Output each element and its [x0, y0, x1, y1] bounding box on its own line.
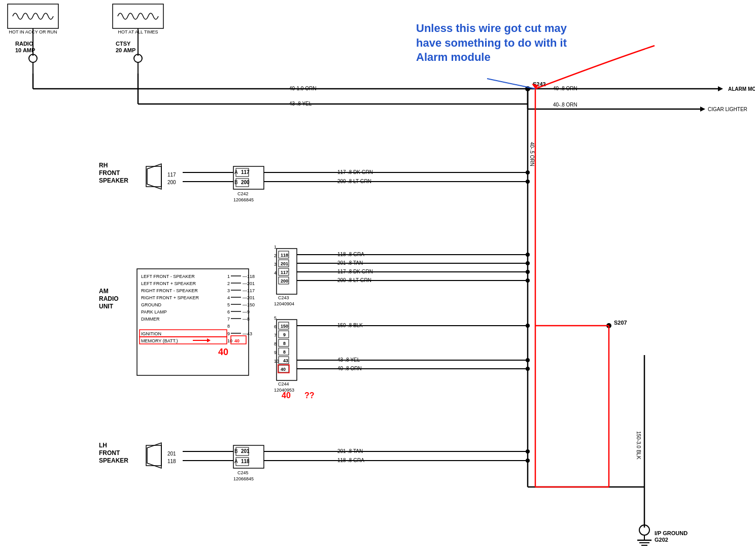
- pin-left-front-speaker: LEFT FRONT - SPEAKER: [141, 274, 195, 279]
- svg-point-62: [526, 180, 530, 184]
- c243-wire-201: 201: [281, 261, 288, 266]
- svg-point-61: [526, 170, 530, 174]
- pin-4: 4: [227, 295, 230, 300]
- c242-pin-a: A: [234, 169, 238, 175]
- c245-part: 12066845: [233, 476, 254, 481]
- pin-8: 8: [227, 324, 230, 329]
- c242-wire-200: 200: [241, 180, 250, 185]
- ip-ground-label: I/P GROUND: [655, 530, 688, 536]
- pin-wire-117: —117: [243, 288, 255, 293]
- pin-3: 3: [227, 288, 230, 293]
- svg-marker-15: [718, 86, 723, 91]
- rh-front-speaker-label3: SPEAKER: [99, 177, 128, 184]
- svg-marker-18: [700, 107, 705, 112]
- svg-point-83: [526, 367, 530, 371]
- c244-wire-40: 40: [281, 367, 286, 372]
- ctsy-fuse-label: CTSY: [116, 41, 131, 47]
- c243-part: 12040904: [274, 301, 294, 306]
- am-radio-label3: UNIT: [99, 303, 114, 310]
- pin-wire-201b: —201: [243, 295, 255, 300]
- c243-wire-200: 200: [281, 278, 288, 284]
- pin-2: 2: [227, 281, 230, 286]
- c245-pin-a: A: [234, 459, 238, 464]
- c244-pos-10: 10: [274, 359, 279, 364]
- rh-speaker-wire117: 117: [167, 172, 176, 178]
- c244-pos-8: 8: [274, 341, 277, 346]
- svg-marker-86: [147, 443, 161, 468]
- pin-left-front-speaker-plus: LEFT FRONT + SPEAKER: [141, 281, 196, 286]
- svg-rect-23: [146, 166, 161, 187]
- c243-pin-4: 4: [274, 270, 277, 275]
- pin-memory: MEMORY (BATT.): [141, 338, 178, 343]
- c245-pin-b: B: [234, 448, 238, 454]
- c244-pos-9: 9: [274, 350, 277, 355]
- c245-wire-118: 118: [241, 459, 250, 464]
- pin-1: 1: [227, 274, 230, 279]
- c244-wire-150: 150: [281, 324, 288, 329]
- cigar-lighter-label: CIGAR LIGHTER: [708, 107, 747, 112]
- c244-pos-5: 5: [274, 316, 277, 321]
- c243-wire-118: 118: [281, 253, 288, 258]
- pin-ground: GROUND: [141, 302, 161, 307]
- red-annotation-40-b: 40: [282, 391, 291, 400]
- wire-label-40-8-orn-top: 40-.8 ORN: [553, 86, 577, 91]
- c244-wire-43: 43: [283, 358, 288, 363]
- lh-front-speaker-label3: SPEAKER: [99, 457, 128, 464]
- lh-front-speaker-label2: FRONT: [99, 449, 120, 457]
- wire-label-40-5-orn: 40-.5 ORN: [529, 142, 535, 166]
- red-annotation-40-a: 40: [218, 347, 228, 357]
- c243-wire-117: 117: [281, 270, 288, 275]
- c243-pin-1: 1: [274, 244, 277, 250]
- c244-pin-6: 9: [283, 332, 286, 337]
- svg-rect-67: [277, 320, 297, 380]
- lh-speaker-wire118: 118: [167, 459, 176, 464]
- pin-park-lamp: PARK LAMP: [141, 309, 167, 314]
- c244-id: C244: [278, 381, 289, 387]
- lh-speaker-wire201: 201: [167, 451, 176, 457]
- wire-label-40-8-orn-bottom: 40-.8 ORN: [553, 102, 577, 108]
- lh-front-speaker-label: LH: [99, 442, 107, 449]
- svg-point-96: [526, 449, 530, 453]
- c243-pin-3: 3: [274, 262, 277, 267]
- c244-pos-6: 6: [274, 324, 277, 329]
- red-annotation-question: ??: [304, 391, 315, 400]
- pin-wire-9: —9: [243, 309, 250, 314]
- c242-id: C242: [237, 191, 249, 196]
- svg-point-82: [526, 358, 530, 362]
- wiring-diagram: HOT IN ACCY OR RUN HOT AT ALL TIMES RADI…: [0, 0, 755, 560]
- pin-5: 5: [227, 302, 230, 307]
- alarm-module-label: ALARM MODULE: [728, 86, 755, 92]
- c244-pos-7: 7: [274, 333, 277, 338]
- svg-marker-24: [147, 164, 161, 189]
- c244-pin-7: 8: [283, 341, 286, 346]
- rh-front-speaker-label2: FRONT: [99, 169, 120, 177]
- s207-label: S207: [614, 320, 627, 326]
- c243-id: C243: [278, 295, 289, 300]
- c245-wire-201: 201: [241, 448, 250, 454]
- radio-fuse-label: RADIO: [15, 41, 33, 47]
- svg-point-63: [526, 253, 530, 257]
- pin-9: 9: [227, 331, 230, 336]
- pin-wire-150: —150: [243, 302, 255, 307]
- pin-ignition: IGNITION: [141, 331, 161, 336]
- c243-pin-2: 2: [274, 253, 277, 258]
- pin-right-front-speaker-plus: RIGHT FRONT + SPEAKER: [141, 295, 199, 300]
- c245-id: C245: [237, 470, 249, 475]
- annotation-text: Unless this wire got cut may have someth…: [416, 21, 589, 65]
- ip-ground-id: G202: [655, 537, 668, 543]
- pin-6: 6: [227, 309, 230, 314]
- svg-rect-85: [146, 445, 161, 466]
- c242-wire-117: 117: [241, 169, 250, 175]
- pin-right-front-speaker: RIGHT FRONT - SPEAKER: [141, 288, 198, 293]
- svg-marker-46: [207, 338, 211, 342]
- pin-wire-201: —201: [243, 281, 255, 286]
- rh-front-speaker-label: RH: [99, 162, 108, 169]
- svg-point-66: [526, 278, 530, 283]
- c244-pin-8: 8: [283, 349, 286, 355]
- radio-amp-label: 10 AMP: [15, 47, 35, 53]
- rh-speaker-wire200: 200: [167, 180, 176, 185]
- svg-point-65: [526, 270, 530, 274]
- svg-point-64: [526, 261, 530, 265]
- svg-point-97: [526, 459, 530, 463]
- c242-pin-b: B: [234, 180, 238, 185]
